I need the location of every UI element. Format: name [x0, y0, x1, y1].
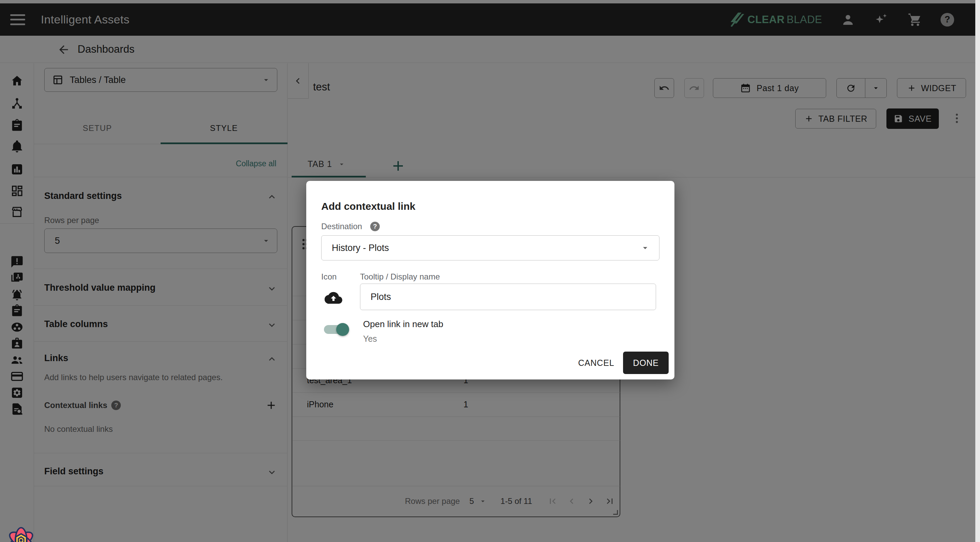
destination-label-row: Destination ?	[321, 222, 380, 231]
add-contextual-link-modal: Add contextual link Destination ? Histor…	[306, 181, 675, 379]
chevron-down-icon	[640, 243, 650, 253]
tooltip-label: Tooltip / Display name	[360, 272, 440, 282]
page-scrollbar[interactable]	[975, 0, 980, 542]
app-root: Intelligent Assets CLEARBLADE	[0, 0, 980, 542]
tooltip-input[interactable]	[360, 284, 656, 310]
icon-label: Icon	[321, 272, 337, 282]
destination-label: Destination	[321, 222, 362, 231]
modal-title: Add contextual link	[321, 201, 415, 212]
new-tab-toggle[interactable]	[324, 325, 347, 334]
new-tab-value: Yes	[363, 334, 377, 344]
destination-select[interactable]: History - Plots	[321, 235, 659, 260]
destination-help-icon[interactable]: ?	[370, 222, 380, 231]
cancel-button[interactable]: CANCEL	[575, 352, 617, 374]
new-tab-label: Open link in new tab	[363, 319, 443, 330]
atom-badge-icon	[5, 525, 37, 542]
destination-value: History - Plots	[332, 243, 389, 253]
done-button[interactable]: DONE	[623, 352, 669, 374]
toggle-thumb	[336, 323, 349, 336]
cloud-upload-icon[interactable]	[325, 289, 342, 307]
